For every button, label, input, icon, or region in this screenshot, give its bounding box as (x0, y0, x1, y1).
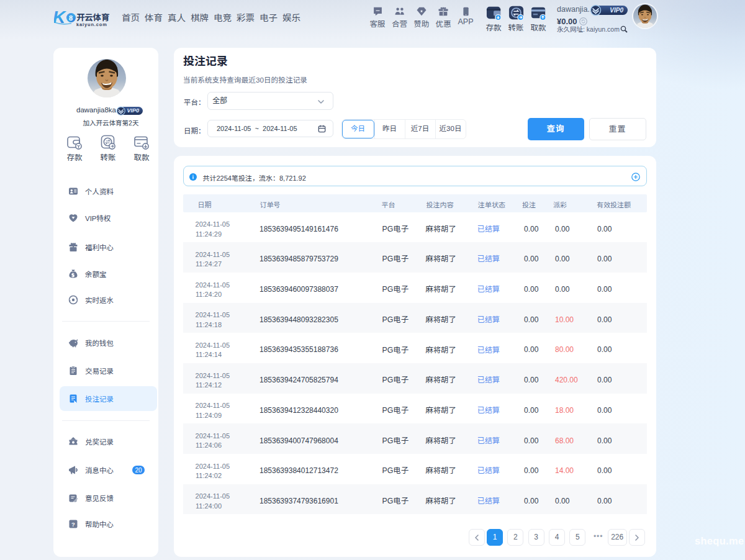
svg-text:?: ? (71, 521, 75, 528)
svg-text:8: 8 (69, 14, 73, 22)
